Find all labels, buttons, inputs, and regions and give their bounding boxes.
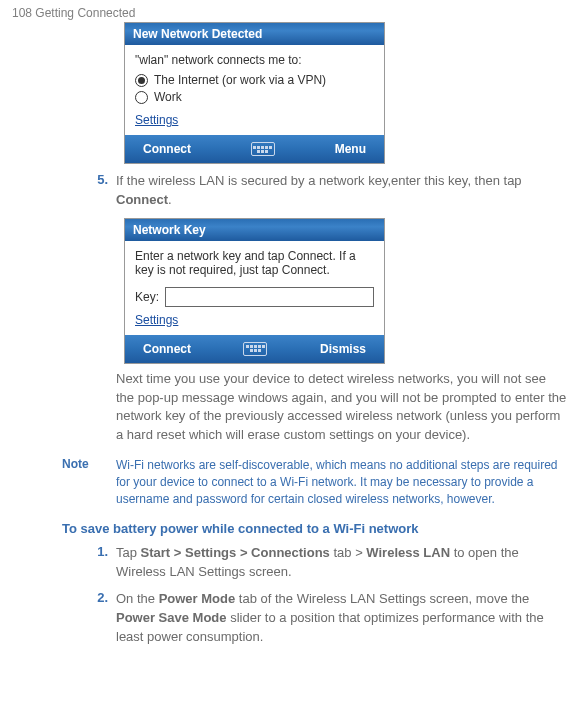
dialog-titlebar: Network Key [125, 219, 384, 241]
menu-button[interactable]: Menu [335, 142, 366, 156]
dialog-text: Enter a network key and tap Connect. If … [135, 249, 374, 277]
keyboard-icon[interactable] [243, 342, 267, 356]
note-label: Note [62, 457, 116, 507]
dialog-bottombar: Connect Dismiss [125, 335, 384, 363]
network-key-dialog: Network Key Enter a network key and tap … [124, 218, 385, 364]
dialog-titlebar: New Network Detected [125, 23, 384, 45]
dialog-bottombar: Connect Menu [125, 135, 384, 163]
note: Note Wi-Fi networks are self-discoverabl… [0, 457, 581, 507]
paragraph-next-time: Next time you use your device to detect … [0, 370, 581, 445]
radio-internet[interactable] [135, 74, 148, 87]
new-network-dialog: New Network Detected "wlan" network conn… [124, 22, 385, 164]
step-number: 5. [88, 172, 116, 210]
step-text: If the wireless LAN is secured by a netw… [116, 172, 567, 210]
note-text: Wi-Fi networks are self-discoverable, wh… [116, 457, 567, 507]
step-number: 1. [88, 544, 116, 582]
step-text: On the Power Mode tab of the Wireless LA… [116, 590, 567, 647]
step-1: 1. Tap Start > Settings > Connections ta… [0, 544, 581, 582]
dismiss-button[interactable]: Dismiss [320, 342, 366, 356]
step-text: Tap Start > Settings > Connections tab >… [116, 544, 567, 582]
step-number: 2. [88, 590, 116, 647]
radio-work[interactable] [135, 91, 148, 104]
step-2: 2. On the Power Mode tab of the Wireless… [0, 590, 581, 647]
section-heading: To save battery power while connected to… [0, 521, 581, 536]
page-header: 108 Getting Connected [12, 6, 135, 20]
connect-button[interactable]: Connect [143, 142, 191, 156]
dialog-text: "wlan" network connects me to: [135, 53, 374, 67]
step-5: 5. If the wireless LAN is secured by a n… [0, 172, 581, 210]
key-input[interactable] [165, 287, 374, 307]
keyboard-icon[interactable] [251, 142, 275, 156]
radio-label: Work [154, 90, 182, 104]
key-label: Key: [135, 290, 159, 304]
connect-button[interactable]: Connect [143, 342, 191, 356]
radio-label: The Internet (or work via a VPN) [154, 73, 326, 87]
settings-link[interactable]: Settings [135, 113, 178, 127]
settings-link[interactable]: Settings [135, 313, 178, 327]
